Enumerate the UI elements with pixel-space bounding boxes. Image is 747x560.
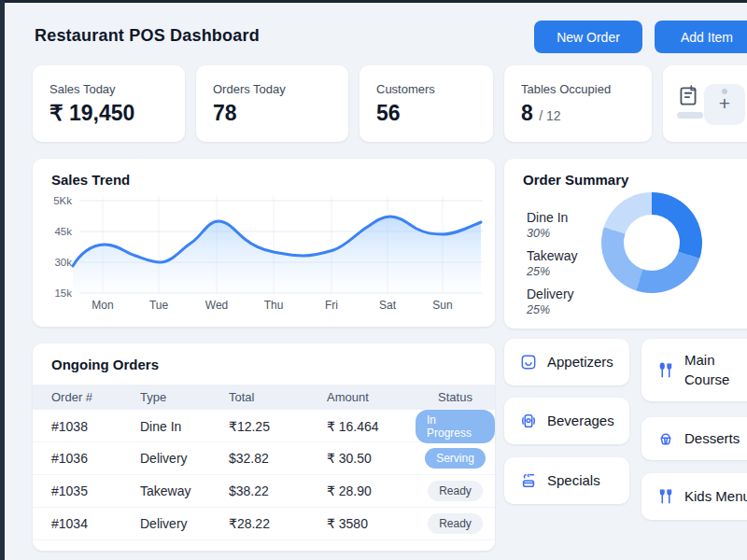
- legend-pct: 30%: [527, 227, 577, 240]
- category-label: Appetizers: [547, 353, 613, 371]
- x-tick: Thu: [253, 299, 294, 312]
- tables-total: / 12: [539, 108, 560, 123]
- table-row[interactable]: #1036 Delivery $32.82 ₹ 30.50 Serving: [33, 442, 495, 475]
- stat-card-customers: Customers 56: [359, 65, 493, 142]
- stat-card-tables: Tables Occupied 8 / 12: [504, 65, 652, 142]
- stat-card-sales: Sales Today ₹ 19,450: [33, 65, 185, 142]
- category-main-course[interactable]: Main Course: [641, 339, 747, 401]
- order-total: $38.22: [229, 483, 327, 498]
- category-kids-menu[interactable]: Kids Menu: [641, 473, 747, 520]
- donut-legend: Dine In 30% Takeway 25% Delivery 25%: [527, 202, 577, 316]
- status-badge: Ready: [428, 513, 483, 534]
- tables-occupied-count: 8: [521, 101, 533, 125]
- order-amount: ₹ 3580: [327, 516, 416, 531]
- category-beverages[interactable]: Beverages: [504, 398, 629, 444]
- y-tick: 5Kk: [42, 195, 72, 206]
- category-label: Kids Menu: [684, 487, 747, 506]
- sidebar-collapsed-edge: [0, 0, 5, 560]
- orders-table-header: Order # Type Total Amount Status: [33, 385, 495, 410]
- order-amount: ₹ 28.90: [327, 483, 416, 498]
- stat-value: 8 / 12: [521, 101, 652, 126]
- status-badge: Serving: [425, 448, 486, 469]
- ongoing-orders-card: Ongoing Orders Order # Type Total Amount…: [33, 343, 495, 551]
- category-label: Main Course: [684, 351, 747, 389]
- category-specials[interactable]: Specials: [504, 457, 629, 504]
- order-total: ₹12.25: [229, 419, 327, 434]
- order-summary-donut-chart: [601, 192, 702, 293]
- page-title: Restaurant POS Dashboard: [35, 26, 260, 46]
- dish-icon: [519, 471, 538, 490]
- receipt-icon[interactable]: [676, 84, 700, 108]
- order-summary-title: Order Summary: [523, 172, 628, 188]
- order-id: #1038: [51, 419, 140, 434]
- legend-pct: 25%: [527, 303, 577, 316]
- plus-icon: +: [704, 92, 745, 115]
- stat-value: 78: [213, 101, 348, 126]
- stat-value: 56: [376, 101, 493, 126]
- order-summary-card: Order Summary Dine In 30% Takeway 25% De…: [504, 159, 747, 329]
- table-row[interactable]: #1034 Delivery ₹28.22 ₹ 3580 Ready: [33, 508, 495, 540]
- order-id: #1034: [51, 516, 140, 531]
- order-type: Takeway: [140, 483, 229, 498]
- x-tick: Sat: [367, 299, 408, 312]
- legend-pct: 25%: [527, 265, 577, 278]
- new-order-button[interactable]: New Order: [534, 21, 642, 53]
- table-row[interactable]: #1035 Takeway $38.22 ₹ 28.90 Ready: [33, 475, 495, 508]
- status-badge: Ready: [428, 481, 483, 501]
- donut-hole: [624, 215, 680, 271]
- category-label: Specials: [547, 471, 600, 490]
- y-tick: 15k: [42, 287, 72, 299]
- stat-label: Orders Today: [213, 82, 348, 96]
- stat-label: Tables Occupied: [521, 82, 652, 96]
- col-header: Total: [229, 390, 327, 404]
- x-tick: Fri: [311, 299, 352, 312]
- stat-value: ₹ 19,450: [49, 101, 185, 126]
- order-total: ₹28.22: [229, 516, 327, 531]
- category-label: Desserts: [684, 429, 740, 448]
- add-tile-button[interactable]: +: [704, 84, 745, 125]
- forks-icon: [656, 487, 675, 506]
- table-row[interactable]: #1038 Dine In ₹12.25 ₹ 16.464 In Progres…: [33, 410, 495, 442]
- category-desserts[interactable]: Desserts: [641, 417, 747, 460]
- spoon-fork-icon: [656, 361, 675, 380]
- orders-table-body: #1038 Dine In ₹12.25 ₹ 16.464 In Progres…: [33, 410, 495, 540]
- order-amount: ₹ 30.50: [327, 451, 416, 466]
- order-type: Delivery: [140, 516, 229, 531]
- x-tick: Sun: [422, 299, 463, 312]
- col-header: Type: [140, 390, 229, 404]
- order-type: Dine In: [140, 419, 229, 434]
- cupcake-icon: [656, 429, 675, 448]
- status-badge: In Progress: [416, 410, 495, 443]
- order-id: #1036: [51, 451, 140, 466]
- legend-label: Dine In: [527, 210, 577, 225]
- x-tick: Tue: [138, 299, 179, 312]
- quick-pill: [677, 112, 703, 119]
- window-top-edge: [0, 0, 747, 3]
- quick-actions-card: +: [663, 65, 747, 142]
- col-header: Amount: [327, 390, 416, 404]
- order-amount: ₹ 16.464: [327, 419, 416, 434]
- col-header: Order #: [51, 390, 140, 404]
- bowl-icon: [519, 353, 538, 371]
- y-tick: 30k: [42, 257, 72, 268]
- legend-label: Takeway: [527, 248, 577, 263]
- category-appetizers[interactable]: Appetizers: [504, 339, 629, 385]
- x-tick: Mon: [82, 299, 123, 312]
- order-type: Delivery: [140, 451, 229, 466]
- category-label: Beverages: [547, 412, 614, 430]
- y-tick: 45k: [42, 226, 72, 237]
- legend-label: Delivery: [527, 287, 577, 301]
- x-tick: Wed: [196, 299, 237, 312]
- stat-card-orders: Orders Today 78: [196, 65, 348, 142]
- order-id: #1035: [51, 483, 140, 498]
- order-total: $32.82: [229, 451, 327, 466]
- stat-label: Sales Today: [49, 82, 185, 96]
- sales-trend-card: Sales Trend 5Kk 45k 30k 15k Mon Tue Wed …: [33, 159, 495, 327]
- cup-icon: [519, 412, 538, 430]
- add-item-button[interactable]: Add Item: [655, 21, 747, 53]
- ongoing-orders-title: Ongoing Orders: [51, 357, 159, 372]
- stat-label: Customers: [376, 82, 493, 96]
- col-header: Status: [416, 390, 495, 404]
